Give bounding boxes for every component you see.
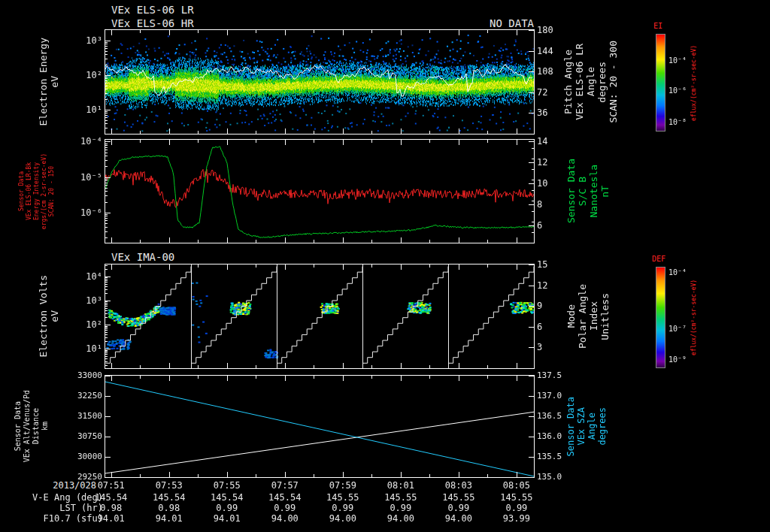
row-value: 145.54 [89,492,133,503]
time-tick-label: 07:55 [205,480,249,491]
bfield-left-red-label-line: VEx ELS-06 LR-Bk [26,162,33,220]
row-label: F10.7 (sfu) [20,513,103,524]
vex-quicklook-screen: { "header": { "title_line1": "VEx ELS-06… [0,0,770,532]
row-value: 145.55 [495,492,538,503]
alt-right-axis-title-line: VEx SZA [576,407,587,446]
time-tick-label: 08:05 [495,480,538,491]
bfield-nt-tick: 14 [537,136,582,147]
colorbar-def-gradient [656,267,665,368]
els-y-axis-title: Electron EnergyeV [38,30,60,134]
row-value: 94.01 [205,513,249,524]
time-tick-label: 07:59 [321,480,365,491]
ima-spectrogram-canvas [105,264,534,368]
row-value: 94.00 [437,513,480,524]
alt-right-axis-title: Sensor DataVEx SZAAngledegrees [565,376,608,477]
alt-km-tick: 30750 [68,431,102,442]
row-value: 0.98 [89,503,133,513]
els-pitch-tick: 144 [537,46,582,56]
time-tick-label: 07:53 [147,480,191,491]
bfield-left-red-label-line: SCAN: 20 - 150 [48,166,56,216]
row-value: 145.54 [263,492,307,503]
ima-index-tick: 15 [537,259,582,270]
ima-index-tick: 12 [537,280,582,291]
plot-title-els-lr: VEx ELS-06 LR [111,4,194,16]
els-y-axis-title-line: Electron Energy [38,38,49,125]
time-tick-label: 08:01 [379,480,423,491]
row-value: 0.99 [263,503,307,513]
bfield-right-axis-title-line: Sensor Data [565,159,577,223]
row-value: 0.99 [321,503,365,513]
colorbar-ei-unit: eflux/(cm²-sr-sec-eV) [690,34,697,131]
ima-right-axis-title-line: Unitless [599,293,611,340]
bfield-line-canvas [105,140,534,243]
colorbar-ei-gradient [656,34,665,131]
els-pitch-tick: 72 [537,87,582,98]
alt-y-axis-title: Sensor DataVEx Alt/Venus/PdDistancekm [14,376,50,477]
els-right-axis-title-line: Angle [585,67,596,96]
plot-title-els-hr: VEx ELS-06 HR [111,17,194,29]
els-energy-tick: 10² [68,70,102,80]
ima-spectrogram-panel [105,264,535,369]
alt-sza-tick: 135.5 [537,452,582,462]
alt-sza-tick: 136.0 [537,431,582,442]
bfield-left-red-label-line: Energy Intensity [33,162,41,220]
alt-right-axis-title-line: Angle [587,413,597,440]
row-value: 93.99 [495,513,538,524]
row-value: 0.99 [379,503,423,513]
ima-y-axis-title-line: eV [49,310,60,322]
els-energy-tick: 10³ [68,35,102,46]
els-right-axis-title: Pitch AngleVEx ELS-06 LRAngledegreesSCAN… [562,30,619,134]
bfield-nt-tick: 12 [537,157,582,168]
bfield-right-axis-title-line: nT [599,186,611,198]
row-label: V-E Ang (deg) [20,492,103,503]
colorbar-ei-title: EI [653,22,662,30]
els-pitch-tick: 180 [537,25,582,35]
ima-index-tick: 3 [537,342,582,352]
bfield-left-red-label: Sensor DataVEx ELS-06 LR-BkEnergy Intens… [18,140,56,243]
row-value: 94.00 [321,513,365,524]
ima-y-axis-title-line: Electron Volts [38,275,49,358]
alt-y-axis-title-line: Sensor Data [14,401,23,451]
alt-km-tick: 30000 [68,452,102,462]
row-value: 145.55 [321,492,365,503]
row-value: 145.54 [205,492,249,503]
els-right-axis-title-line: Pitch Angle [562,50,574,114]
colorbar-def-unit: eflux/(cm²-sr-sec-eV) [690,267,697,368]
bfield-line-panel [105,139,535,243]
bfield-left-red-label-line: ergs/(cm 2-sr-sec-eV) [41,153,48,229]
ima-ev-tick: 10⁴ [68,271,102,282]
alt-km-tick: 31500 [68,411,102,422]
row-value: 0.99 [205,503,249,513]
ima-index-tick: 6 [537,322,582,332]
bfield-right-axis-title: Sensor DataS/C BNanoteslanT [565,140,611,243]
alt-sza-tick: 135.0 [537,472,582,482]
row-value: 145.55 [437,492,480,503]
ima-ev-tick: 10³ [68,295,102,306]
alt-y-axis-title-line: km [41,422,50,431]
alt-sza-tick: 137.0 [537,391,582,401]
bfield-right-axis-title-line: Nanotesla [588,165,599,217]
altitude-sza-canvas [105,376,534,477]
els-right-axis-title-line: degrees [596,62,608,103]
bfield-right-axis-title-line: S/C B [577,177,588,206]
bfield-intensity-tick: 10⁻⁴ [68,136,102,147]
bfield-nt-tick: 8 [537,199,582,210]
ima-ev-tick: 10¹ [68,343,102,354]
row-value: 0.99 [495,503,538,513]
row-label: LST (hr) [20,503,103,513]
ima-right-axis-title-line: Mode [565,304,577,328]
els-right-axis-title-line: VEx ELS-06 LR [574,44,585,120]
ima-right-axis-title-line: Index [588,301,599,331]
row-value: 94.00 [263,513,307,524]
els-spectrogram-canvas [105,30,534,134]
bfield-intensity-tick: 10⁻⁵ [68,172,102,183]
row-value: 94.01 [147,513,191,524]
time-tick-label: 07:57 [263,480,307,491]
ima-y-axis-title: Electron VoltseV [38,264,60,368]
bfield-left-red-label-line: Sensor Data [18,171,26,211]
date-label: 2013/028 [36,480,96,491]
ima-index-tick: 9 [537,301,582,311]
row-value: 94.01 [89,513,133,524]
bfield-intensity-tick: 10⁻⁶ [68,207,102,218]
alt-y-axis-title-line: VEx Alt/Venus/Pd [23,390,32,462]
